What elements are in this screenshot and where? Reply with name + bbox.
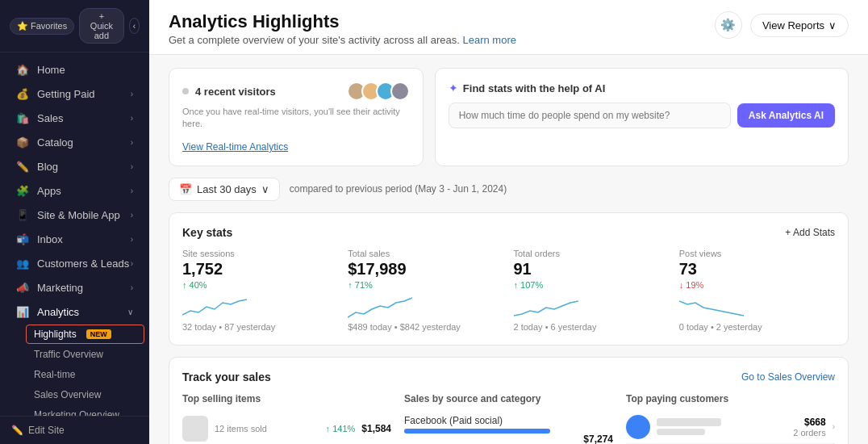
stat-label: Total orders (514, 249, 670, 258)
product-sold: 12 items sold (215, 424, 319, 434)
ask-ai-button[interactable]: Ask Analytics AI (737, 103, 835, 128)
chevron-right-icon: › (131, 138, 133, 147)
view-reports-label: View Reports (762, 19, 824, 31)
visitors-header: 4 recent visitors (182, 82, 410, 101)
track-sales-title: Track your sales (182, 371, 271, 383)
date-range-label: Last 30 days (197, 183, 257, 195)
visitor-avatars (352, 82, 410, 101)
sidebar-sub-item-marketing-overview[interactable]: Marketing Overview (26, 405, 144, 416)
chevron-right-icon: › (131, 235, 133, 244)
sparkline (348, 295, 503, 319)
sales-by-source-title: Sales by source and category (404, 393, 613, 404)
visitors-card: 4 recent visitors Once you have real-tim… (169, 68, 424, 166)
sidebar-item-apps[interactable]: 🧩 Apps › (5, 179, 144, 203)
customer-amount: $668 (793, 417, 825, 428)
top-selling-column: Top selling items 12 items sold ↑ 141% $… (182, 393, 391, 444)
chevron-right-icon: › (131, 114, 133, 123)
sub-item-label: Sales Overview (34, 389, 101, 400)
track-sales-section: Track your sales Go to Sales Overview To… (169, 357, 849, 444)
analytics-icon: 📊 (16, 306, 31, 318)
sidebar-item-marketing[interactable]: 📣 Marketing › (5, 276, 144, 299)
source-amount: $7,274 (404, 434, 613, 444)
sidebar-item-label: Apps (37, 185, 61, 197)
key-stats-title: Key stats (182, 226, 232, 239)
chevron-right-icon: › (131, 283, 133, 292)
customer-name-blur (657, 418, 721, 426)
page-header: Analytics Highlights Get a complete over… (149, 0, 868, 55)
quick-add-label: + Quick add (86, 11, 116, 40)
customer-avatar (626, 415, 650, 439)
calendar-icon: 📅 (179, 183, 192, 195)
sidebar-item-blog[interactable]: ✏️ Blog › (5, 155, 144, 178)
sidebar-item-inbox[interactable]: 📬 Inbox › (5, 228, 144, 251)
view-reports-button[interactable]: View Reports ∨ (750, 14, 849, 37)
view-realtime-link[interactable]: View Real-time Analytics (182, 141, 288, 153)
customer-orders: 2 orders (793, 428, 825, 438)
stat-sub: 32 today • 87 yesterday (182, 322, 338, 332)
stat-change: ↑ 107% (514, 280, 670, 290)
product-info: 12 items sold (215, 424, 319, 434)
settings-button[interactable]: ⚙️ (715, 11, 742, 39)
learn-more-link[interactable]: Learn more (462, 34, 515, 46)
page-title: Analytics Highlights (169, 11, 516, 32)
sidebar-sub-item-highlights[interactable]: Highlights NEW (26, 325, 144, 344)
sparkline (182, 295, 338, 319)
quick-add-button[interactable]: + Quick add (79, 8, 123, 44)
sidebar-item-sales[interactable]: 🛍️ Sales › (5, 107, 144, 130)
stat-label: Total sales (348, 249, 503, 258)
header-actions: ⚙️ View Reports ∨ (715, 11, 849, 39)
edit-site-button[interactable]: ✏️ Edit Site (0, 416, 149, 444)
add-stats-button[interactable]: + Add Stats (785, 227, 835, 238)
chevron-right-icon: › (131, 259, 133, 268)
sidebar-top: ⭐ Favorites + Quick add ‹ (0, 0, 149, 52)
sparkle-icon: ✦ (449, 82, 458, 94)
sidebar-item-catalog[interactable]: 📦 Catalog › (5, 131, 144, 154)
sidebar-item-home[interactable]: 🏠 Home (5, 58, 144, 82)
sales-by-source-column: Sales by source and category Facebook (P… (404, 393, 613, 444)
sidebar-item-label: Inbox (37, 233, 63, 245)
ai-search-input[interactable] (449, 103, 731, 128)
top-customers-title: Top paying customers (626, 393, 835, 404)
date-range-dropdown[interactable]: 📅 Last 30 days ∨ (169, 178, 280, 201)
catalog-icon: 📦 (16, 136, 31, 149)
customer-sub-blur (657, 429, 705, 435)
subtitle-text: Get a complete overview of your site's a… (169, 34, 460, 46)
top-customers-column: Top paying customers $668 2 orders › (626, 393, 835, 444)
stat-value: 91 (514, 260, 670, 279)
sidebar-sub-item-real-time[interactable]: Real-time (26, 365, 144, 384)
sidebar-item-site-mobile[interactable]: 📱 Site & Mobile App › (5, 203, 144, 227)
stat-label: Site sessions (182, 249, 338, 258)
sidebar-collapse-button[interactable]: ‹ (129, 18, 140, 34)
mobile-icon: 📱 (16, 209, 31, 221)
scrollable-content: 4 recent visitors Once you have real-tim… (149, 55, 868, 444)
home-icon: 🏠 (16, 64, 31, 76)
sales-icon: 🛍️ (16, 112, 31, 124)
stat-sub: 2 today • 6 yesterday (514, 322, 670, 332)
sidebar-item-analytics[interactable]: 📊 Analytics ∨ (5, 300, 144, 324)
customers-icon: 👥 (16, 258, 31, 270)
status-dot (182, 88, 189, 94)
stat-sub: 0 today • 2 yesterday (679, 322, 835, 332)
stat-value: $17,989 (348, 260, 503, 279)
money-icon: 💰 (16, 88, 31, 100)
product-change: ↑ 141% (326, 424, 356, 434)
customer-amount-col: $668 2 orders (793, 417, 825, 438)
date-filter-row: 📅 Last 30 days ∨ compared to previous pe… (169, 178, 849, 201)
sidebar-item-customers-leads[interactable]: 👥 Customers & Leads › (5, 252, 144, 275)
sidebar-sub-item-sales-overview[interactable]: Sales Overview (26, 385, 144, 404)
top-selling-title: Top selling items (182, 393, 391, 404)
chevron-right-icon: › (833, 422, 835, 431)
gear-icon: ⚙️ (720, 18, 736, 32)
sidebar-nav: 🏠 Home 💰 Getting Paid › 🛍️ Sales › 📦 Cat… (0, 52, 149, 416)
sidebar-item-getting-paid[interactable]: 💰 Getting Paid › (5, 82, 144, 106)
favorites-button[interactable]: ⭐ Favorites (10, 18, 74, 35)
go-to-sales-button[interactable]: Go to Sales Overview (741, 371, 835, 383)
stat-post-views: Post views 73 ↓ 19% 0 today • 2 yesterda… (679, 249, 835, 332)
inbox-icon: 📬 (16, 233, 31, 245)
sidebar-item-label: Sales (37, 112, 64, 124)
sidebar-sub-item-traffic-overview[interactable]: Traffic Overview (26, 345, 144, 364)
product-price: $1,584 (361, 423, 391, 434)
chevron-down-icon: ∨ (127, 308, 133, 316)
stat-total-sales: Total sales $17,989 ↑ 71% $489 today • $… (348, 249, 503, 332)
ai-card-title: Find stats with the help of AI (463, 82, 605, 94)
